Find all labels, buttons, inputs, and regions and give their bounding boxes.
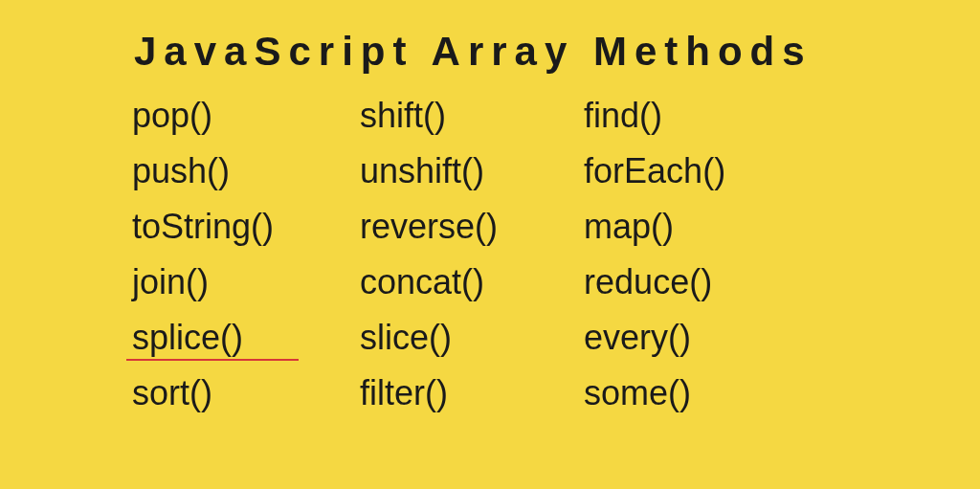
method-item: map() — [584, 210, 725, 244]
method-item: unshift() — [360, 154, 498, 189]
method-item: shift() — [360, 99, 498, 133]
method-item: concat() — [360, 265, 498, 300]
method-item-highlighted: splice() — [132, 321, 274, 355]
method-item: sort() — [132, 376, 274, 411]
method-item: push() — [132, 154, 274, 189]
method-item: reverse() — [360, 210, 498, 244]
method-item: find() — [584, 99, 725, 133]
method-item: join() — [132, 265, 274, 300]
method-item: slice() — [360, 321, 498, 355]
method-item: every() — [584, 321, 725, 355]
column-1: pop() push() toString() join() splice() … — [132, 99, 274, 411]
method-item: toString() — [132, 210, 274, 244]
column-2: shift() unshift() reverse() concat() sli… — [360, 99, 498, 411]
method-item: pop() — [132, 99, 274, 133]
methods-grid: pop() push() toString() join() splice() … — [124, 99, 884, 411]
method-item: filter() — [360, 376, 498, 411]
page-title: JavaScript Array Methods — [134, 29, 884, 75]
method-item: forEach() — [584, 154, 725, 189]
method-item: some() — [584, 376, 725, 411]
method-item: reduce() — [584, 265, 725, 300]
column-3: find() forEach() map() reduce() every() … — [584, 99, 725, 411]
